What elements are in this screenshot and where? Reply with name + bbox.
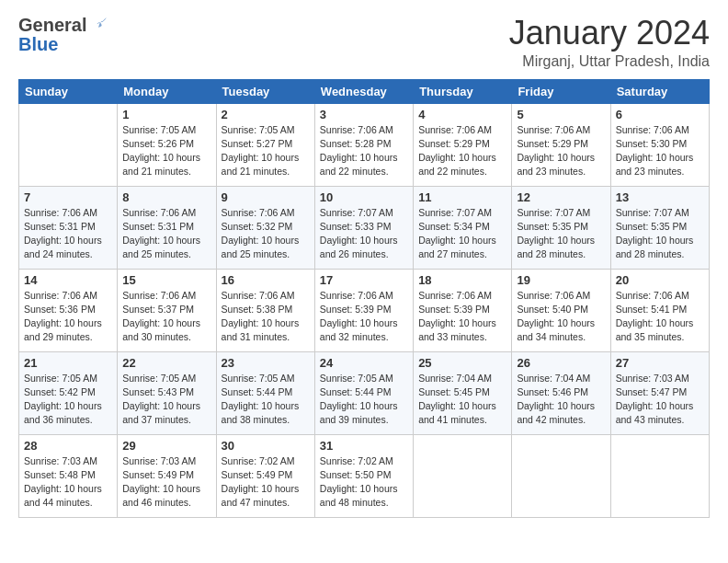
- day-number: 6: [616, 108, 704, 121]
- day-info: Sunrise: 7:06 AMSunset: 5:41 PMDaylight:…: [616, 289, 704, 345]
- day-info: Sunrise: 7:04 AMSunset: 5:46 PMDaylight:…: [517, 372, 605, 428]
- day-info: Sunrise: 7:02 AMSunset: 5:50 PMDaylight:…: [320, 454, 408, 511]
- day-cell: 23Sunrise: 7:05 AMSunset: 5:44 PMDayligh…: [216, 351, 314, 434]
- day-info: Sunrise: 7:04 AMSunset: 5:45 PMDaylight:…: [418, 372, 506, 428]
- day-number: 29: [122, 439, 210, 453]
- day-cell: 16Sunrise: 7:06 AMSunset: 5:38 PMDayligh…: [216, 269, 314, 351]
- location-title: Mirganj, Uttar Pradesh, India: [509, 53, 710, 70]
- day-cell: [19, 103, 118, 186]
- weekday-header-friday: Friday: [512, 79, 610, 103]
- day-cell: 25Sunrise: 7:04 AMSunset: 5:45 PMDayligh…: [414, 351, 512, 434]
- day-info: Sunrise: 7:06 AMSunset: 5:31 PMDaylight:…: [24, 206, 112, 262]
- day-info: Sunrise: 7:07 AMSunset: 5:34 PMDaylight:…: [418, 206, 506, 262]
- day-cell: 2Sunrise: 7:05 AMSunset: 5:27 PMDaylight…: [216, 103, 314, 186]
- day-info: Sunrise: 7:06 AMSunset: 5:29 PMDaylight:…: [418, 123, 506, 179]
- day-number: 26: [517, 356, 605, 370]
- day-cell: 30Sunrise: 7:02 AMSunset: 5:49 PMDayligh…: [216, 434, 314, 517]
- day-number: 22: [122, 356, 210, 370]
- day-cell: [414, 434, 512, 517]
- day-number: 23: [222, 356, 310, 370]
- day-cell: 15Sunrise: 7:06 AMSunset: 5:37 PMDayligh…: [118, 269, 216, 351]
- day-cell: 29Sunrise: 7:03 AMSunset: 5:49 PMDayligh…: [118, 434, 216, 517]
- day-number: 28: [24, 439, 112, 453]
- day-cell: 13Sunrise: 7:07 AMSunset: 5:35 PMDayligh…: [610, 186, 709, 269]
- day-number: 18: [418, 273, 506, 287]
- week-row-5: 28Sunrise: 7:03 AMSunset: 5:48 PMDayligh…: [19, 434, 710, 517]
- day-cell: 18Sunrise: 7:06 AMSunset: 5:39 PMDayligh…: [414, 269, 512, 351]
- day-number: 14: [24, 273, 112, 287]
- day-info: Sunrise: 7:06 AMSunset: 5:36 PMDaylight:…: [24, 289, 112, 345]
- weekday-header-saturday: Saturday: [610, 79, 709, 103]
- day-number: 27: [616, 356, 704, 370]
- day-number: 5: [517, 108, 605, 121]
- day-number: 9: [222, 190, 310, 204]
- day-cell: 8Sunrise: 7:06 AMSunset: 5:31 PMDaylight…: [118, 186, 216, 269]
- day-cell: 21Sunrise: 7:05 AMSunset: 5:42 PMDayligh…: [19, 351, 118, 434]
- day-cell: 4Sunrise: 7:06 AMSunset: 5:29 PMDaylight…: [414, 103, 512, 186]
- day-info: Sunrise: 7:03 AMSunset: 5:48 PMDaylight:…: [24, 454, 112, 511]
- day-number: 25: [418, 356, 506, 370]
- day-number: 1: [122, 108, 210, 121]
- day-cell: 7Sunrise: 7:06 AMSunset: 5:31 PMDaylight…: [19, 186, 118, 269]
- day-number: 19: [517, 273, 605, 287]
- day-number: 11: [418, 190, 506, 204]
- day-cell: 27Sunrise: 7:03 AMSunset: 5:47 PMDayligh…: [610, 351, 709, 434]
- week-row-4: 21Sunrise: 7:05 AMSunset: 5:42 PMDayligh…: [19, 351, 710, 434]
- day-cell: [610, 434, 709, 517]
- day-number: 7: [24, 190, 112, 204]
- weekday-header-row: SundayMondayTuesdayWednesdayThursdayFrid…: [19, 79, 710, 103]
- day-info: Sunrise: 7:05 AMSunset: 5:42 PMDaylight:…: [24, 372, 112, 428]
- day-info: Sunrise: 7:07 AMSunset: 5:35 PMDaylight:…: [517, 206, 605, 262]
- day-cell: 20Sunrise: 7:06 AMSunset: 5:41 PMDayligh…: [610, 269, 709, 351]
- day-info: Sunrise: 7:05 AMSunset: 5:44 PMDaylight:…: [320, 372, 408, 428]
- day-cell: 17Sunrise: 7:06 AMSunset: 5:39 PMDayligh…: [314, 269, 413, 351]
- day-number: 8: [122, 190, 210, 204]
- day-info: Sunrise: 7:06 AMSunset: 5:28 PMDaylight:…: [320, 123, 408, 179]
- week-row-1: 1Sunrise: 7:05 AMSunset: 5:26 PMDaylight…: [19, 103, 710, 186]
- weekday-header-wednesday: Wednesday: [314, 79, 413, 103]
- day-info: Sunrise: 7:06 AMSunset: 5:32 PMDaylight:…: [222, 206, 310, 262]
- header: General Blue January 2024 Mirganj, Uttar…: [18, 15, 710, 70]
- logo: General Blue: [18, 15, 108, 55]
- weekday-header-tuesday: Tuesday: [216, 79, 314, 103]
- weekday-header-thursday: Thursday: [414, 79, 512, 103]
- day-number: 21: [24, 356, 112, 370]
- weekday-header-sunday: Sunday: [19, 79, 118, 103]
- day-info: Sunrise: 7:03 AMSunset: 5:49 PMDaylight:…: [122, 454, 210, 511]
- day-number: 3: [320, 108, 408, 121]
- day-number: 13: [616, 190, 704, 204]
- day-number: 10: [320, 190, 408, 204]
- logo-general-text: General: [18, 15, 86, 36]
- day-cell: 12Sunrise: 7:07 AMSunset: 5:35 PMDayligh…: [512, 186, 610, 269]
- day-cell: 26Sunrise: 7:04 AMSunset: 5:46 PMDayligh…: [512, 351, 610, 434]
- week-row-2: 7Sunrise: 7:06 AMSunset: 5:31 PMDaylight…: [19, 186, 710, 269]
- day-number: 30: [222, 439, 310, 453]
- day-info: Sunrise: 7:05 AMSunset: 5:43 PMDaylight:…: [122, 372, 210, 428]
- day-number: 4: [418, 108, 506, 121]
- day-info: Sunrise: 7:05 AMSunset: 5:26 PMDaylight:…: [122, 123, 210, 179]
- day-info: Sunrise: 7:06 AMSunset: 5:39 PMDaylight:…: [320, 289, 408, 345]
- day-cell: 9Sunrise: 7:06 AMSunset: 5:32 PMDaylight…: [216, 186, 314, 269]
- month-title: January 2024: [509, 15, 710, 52]
- page: General Blue January 2024 Mirganj, Uttar…: [0, 0, 728, 563]
- day-info: Sunrise: 7:07 AMSunset: 5:35 PMDaylight:…: [616, 206, 704, 262]
- day-cell: 22Sunrise: 7:05 AMSunset: 5:43 PMDayligh…: [118, 351, 216, 434]
- day-info: Sunrise: 7:06 AMSunset: 5:37 PMDaylight:…: [122, 289, 210, 345]
- weekday-header-monday: Monday: [118, 79, 216, 103]
- day-number: 17: [320, 273, 408, 287]
- day-cell: 6Sunrise: 7:06 AMSunset: 5:30 PMDaylight…: [610, 103, 709, 186]
- day-cell: 1Sunrise: 7:05 AMSunset: 5:26 PMDaylight…: [118, 103, 216, 186]
- day-info: Sunrise: 7:03 AMSunset: 5:47 PMDaylight:…: [616, 372, 704, 428]
- day-number: 12: [517, 190, 605, 204]
- day-info: Sunrise: 7:06 AMSunset: 5:39 PMDaylight:…: [418, 289, 506, 345]
- day-cell: 31Sunrise: 7:02 AMSunset: 5:50 PMDayligh…: [314, 434, 413, 517]
- day-info: Sunrise: 7:06 AMSunset: 5:30 PMDaylight:…: [616, 123, 704, 179]
- day-info: Sunrise: 7:06 AMSunset: 5:29 PMDaylight:…: [517, 123, 605, 179]
- day-info: Sunrise: 7:05 AMSunset: 5:44 PMDaylight:…: [222, 372, 310, 428]
- day-info: Sunrise: 7:06 AMSunset: 5:38 PMDaylight:…: [222, 289, 310, 345]
- calendar-table: SundayMondayTuesdayWednesdayThursdayFrid…: [18, 79, 710, 518]
- day-info: Sunrise: 7:07 AMSunset: 5:33 PMDaylight:…: [320, 206, 408, 262]
- day-cell: 3Sunrise: 7:06 AMSunset: 5:28 PMDaylight…: [314, 103, 413, 186]
- day-cell: 14Sunrise: 7:06 AMSunset: 5:36 PMDayligh…: [19, 269, 118, 351]
- day-info: Sunrise: 7:05 AMSunset: 5:27 PMDaylight:…: [222, 123, 310, 179]
